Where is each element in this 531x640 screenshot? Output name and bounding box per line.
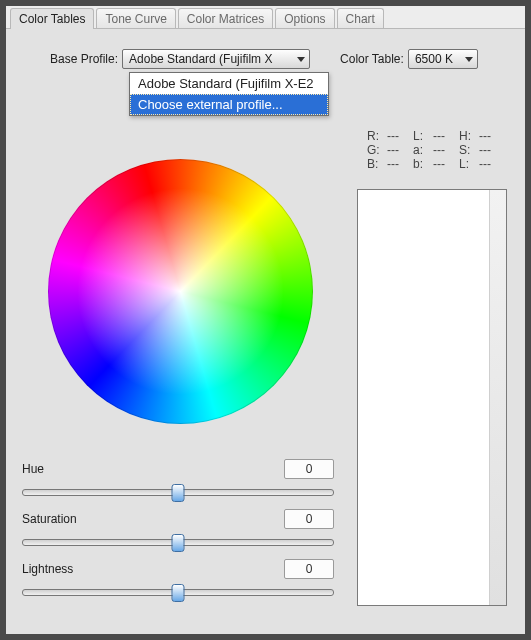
dropdown-option-adobe-standard[interactable]: Adobe Standard (Fujifilm X-E2 [130,73,328,94]
slider-thumb[interactable] [172,584,185,602]
color-list[interactable] [357,189,507,606]
tab-chart[interactable]: Chart [337,8,384,29]
hue-value[interactable]: 0 [284,459,334,479]
color-stats: R:--- L:--- H:--- G:--- a:--- S:--- B:--… [367,129,505,171]
color-tables-panel: Base Profile: Adobe Standard (Fujifilm X… [6,28,525,634]
hue-label: Hue [22,462,44,476]
hue-slider-row: Hue 0 [22,459,334,501]
base-profile-label: Base Profile: [50,52,118,66]
slider-thumb[interactable] [172,484,185,502]
base-profile-dropdown[interactable]: Adobe Standard (Fujifilm X [122,49,310,69]
chevron-down-icon [465,57,473,62]
lightness-slider[interactable] [22,581,334,601]
tab-color-tables[interactable]: Color Tables [10,8,94,29]
hue-slider[interactable] [22,481,334,501]
lightness-label: Lightness [22,562,73,576]
stats-row: G:--- a:--- S:--- [367,143,505,157]
chevron-down-icon [297,57,305,62]
base-profile-value: Adobe Standard (Fujifilm X [129,52,272,66]
dropdown-option-choose-external[interactable]: Choose external profile... [130,94,328,115]
color-table-label: Color Table: [340,52,404,66]
saturation-slider-row: Saturation 0 [22,509,334,551]
color-table-dropdown[interactable]: 6500 K [408,49,478,69]
saturation-label: Saturation [22,512,77,526]
saturation-slider[interactable] [22,531,334,551]
tab-options[interactable]: Options [275,8,334,29]
color-table-value: 6500 K [415,52,453,66]
lightness-value[interactable]: 0 [284,559,334,579]
tab-strip: Color Tables Tone Curve Color Matrices O… [6,6,525,28]
saturation-value[interactable]: 0 [284,509,334,529]
tab-color-matrices[interactable]: Color Matrices [178,8,273,29]
base-profile-dropdown-list: Adobe Standard (Fujifilm X-E2 Choose ext… [129,72,329,116]
color-wheel[interactable] [48,159,313,424]
tab-tone-curve[interactable]: Tone Curve [96,8,175,29]
slider-thumb[interactable] [172,534,185,552]
lightness-slider-row: Lightness 0 [22,559,334,601]
stats-row: B:--- b:--- L:--- [367,157,505,171]
stats-row: R:--- L:--- H:--- [367,129,505,143]
